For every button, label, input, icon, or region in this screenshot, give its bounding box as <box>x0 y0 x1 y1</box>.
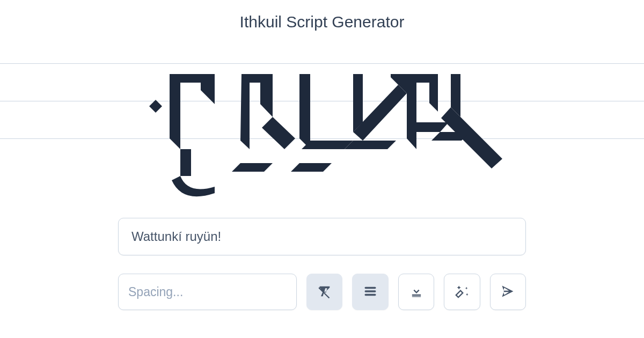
script-canvas <box>0 42 644 207</box>
magic-wand-icon <box>455 284 470 300</box>
svg-marker-8 <box>299 74 310 149</box>
svg-rect-24 <box>365 293 376 296</box>
svg-marker-7 <box>232 163 273 172</box>
controls <box>118 218 526 310</box>
lines-icon <box>363 284 378 300</box>
svg-marker-5 <box>260 83 273 117</box>
svg-marker-14 <box>345 141 396 149</box>
send-icon <box>500 284 515 300</box>
svg-marker-17 <box>429 83 438 112</box>
lines-toggle-button[interactable] <box>352 274 388 310</box>
svg-marker-10 <box>291 163 332 172</box>
magic-button[interactable] <box>444 274 480 310</box>
svg-marker-3 <box>180 149 191 176</box>
download-button[interactable] <box>398 274 434 310</box>
svg-marker-16 <box>416 74 438 83</box>
svg-rect-22 <box>365 286 376 289</box>
spacing-input[interactable] <box>118 274 297 310</box>
svg-marker-9 <box>302 141 353 149</box>
svg-marker-11 <box>353 74 363 132</box>
script-glyphs <box>140 53 515 208</box>
script-text-input[interactable] <box>118 218 526 255</box>
svg-rect-23 <box>365 290 376 292</box>
svg-marker-15 <box>407 74 416 149</box>
svg-marker-6 <box>262 117 295 149</box>
send-button[interactable] <box>490 274 526 310</box>
remove-format-icon <box>317 284 332 300</box>
button-row <box>118 274 526 310</box>
svg-marker-2 <box>201 83 215 104</box>
svg-marker-0 <box>149 100 162 113</box>
page-title: Ithkuil Script Generator <box>0 0 644 40</box>
download-icon <box>409 284 424 300</box>
remove-format-button[interactable] <box>306 274 342 310</box>
